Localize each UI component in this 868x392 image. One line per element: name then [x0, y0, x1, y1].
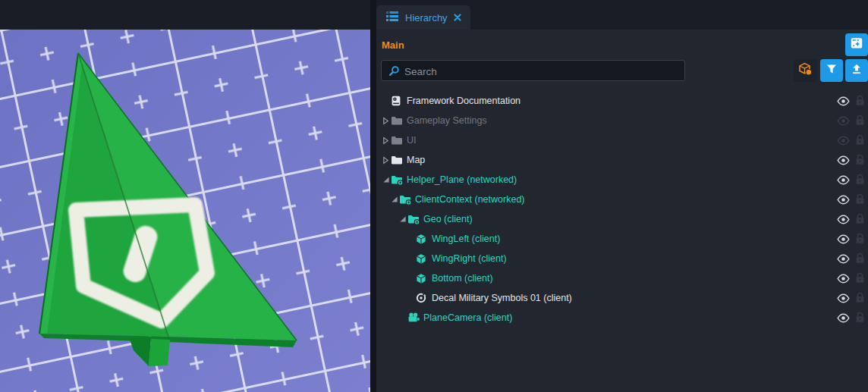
- tab-strip: Hierarchy: [0, 0, 868, 30]
- collapse-arrow-icon[interactable]: [381, 150, 391, 170]
- search-icon: [388, 65, 400, 80]
- tab-label: Hierarchy: [405, 12, 448, 24]
- hierarchy-icon: [385, 11, 399, 25]
- visibility-eye-icon[interactable]: [837, 234, 850, 247]
- tree-item-label: UI: [407, 135, 417, 146]
- import-button[interactable]: [845, 59, 868, 82]
- visibility-eye-icon[interactable]: [837, 115, 850, 129]
- filter-button[interactable]: [820, 59, 843, 82]
- folder-icon: [391, 114, 404, 127]
- tree-item-label: Framework Documentation: [407, 96, 520, 106]
- close-icon[interactable]: [454, 11, 461, 24]
- folder-icon: [391, 134, 404, 146]
- screenshot-level-button[interactable]: [845, 33, 868, 56]
- folder-icon: [391, 154, 404, 166]
- tree-item-label: ClientContext (networked): [415, 194, 525, 205]
- tree-row[interactable]: WingLeft (client): [376, 229, 868, 249]
- tree-row[interactable]: Gameplay Settings: [376, 111, 868, 130]
- visibility-eye-icon[interactable]: [837, 174, 850, 188]
- visibility-eye-icon[interactable]: [837, 214, 850, 227]
- tree-item-label: Decal Military Symbols 01 (client): [432, 293, 572, 303]
- viewport-3d-scene[interactable]: [0, 30, 371, 392]
- tree-item-label: Bottom (client): [432, 273, 493, 284]
- cube-badge-icon: [798, 62, 813, 79]
- collapse-arrow-icon[interactable]: [381, 111, 391, 130]
- section-label: Main: [382, 39, 404, 51]
- expand-arrow-icon[interactable]: [381, 170, 391, 190]
- tree-item-label: Map: [407, 155, 425, 165]
- folder-badge-icon: [391, 174, 404, 186]
- visibility-eye-icon[interactable]: [837, 293, 850, 306]
- tab-hierarchy[interactable]: Hierarchy: [376, 5, 470, 30]
- tree-item-label: PlaneCamera (client): [423, 312, 512, 323]
- tree-row[interactable]: Bottom (client): [376, 268, 868, 288]
- tree-row[interactable]: Geo (client): [376, 209, 868, 229]
- search-box: [381, 60, 685, 81]
- visibility-eye-icon[interactable]: [837, 96, 850, 109]
- hierarchy-tree: Framework DocumentationGameplay Settings…: [376, 91, 868, 328]
- tree-item-label: WingLeft (client): [432, 234, 500, 244]
- visibility-eye-icon[interactable]: [837, 155, 850, 168]
- lock-icon[interactable]: [855, 213, 865, 227]
- arrow-spacer: [406, 229, 416, 249]
- tree-row[interactable]: ClientContext (networked): [376, 190, 868, 209]
- visibility-eye-icon[interactable]: [837, 273, 850, 287]
- tree-item-label: Gameplay Settings: [407, 115, 487, 126]
- visibility-eye-icon[interactable]: [837, 253, 850, 267]
- tree-row[interactable]: UI: [376, 130, 868, 150]
- cube-icon: [416, 233, 429, 245]
- level-window-icon: [850, 36, 863, 53]
- filter-icon: [826, 64, 837, 77]
- script-doc-icon: [391, 95, 404, 107]
- hierarchy-panel: Main Framework DocumentationGameplay Set…: [376, 30, 868, 392]
- search-input[interactable]: [403, 61, 683, 82]
- lock-icon[interactable]: [855, 272, 865, 287]
- tree-row[interactable]: PlaneCamera (client): [376, 308, 868, 328]
- tree-item-label: Geo (client): [423, 214, 473, 224]
- lock-icon[interactable]: [855, 95, 865, 109]
- arrow-spacer: [406, 249, 416, 268]
- lock-icon[interactable]: [855, 292, 865, 306]
- lock-icon[interactable]: [855, 154, 865, 168]
- tree-row[interactable]: WingRight (client): [376, 249, 868, 268]
- folder-badge-icon: [399, 193, 413, 205]
- arrow-spacer: [381, 91, 391, 111]
- collapse-arrow-icon[interactable]: [381, 130, 391, 150]
- upload-arrow-icon: [851, 64, 862, 77]
- arrow-spacer: [406, 268, 416, 288]
- lock-icon[interactable]: [855, 134, 865, 149]
- tree-row[interactable]: Helper_Plane (networked): [376, 170, 868, 190]
- lock-icon[interactable]: [855, 252, 865, 267]
- lock-icon[interactable]: [855, 312, 865, 326]
- decal-icon: [416, 292, 429, 304]
- tree-item-label: Helper_Plane (networked): [407, 174, 517, 185]
- expand-arrow-icon[interactable]: [398, 209, 407, 229]
- arrow-spacer: [398, 308, 407, 328]
- cube-icon: [416, 272, 429, 284]
- visibility-eye-icon[interactable]: [837, 312, 850, 326]
- cube-icon: [416, 252, 429, 265]
- lock-icon[interactable]: [855, 233, 865, 247]
- visibility-eye-icon[interactable]: [837, 135, 850, 149]
- arrow-spacer: [406, 288, 416, 308]
- panel-divider[interactable]: [370, 0, 376, 392]
- group-mode-button[interactable]: [794, 59, 817, 82]
- lock-icon[interactable]: [855, 193, 865, 208]
- folder-badge-icon: [407, 213, 421, 225]
- camera-icon: [407, 312, 421, 324]
- tree-row[interactable]: Map: [376, 150, 868, 170]
- lock-icon[interactable]: [855, 114, 865, 129]
- tree-row[interactable]: Framework Documentation: [376, 91, 868, 111]
- expand-arrow-icon[interactable]: [389, 190, 399, 209]
- tree-row[interactable]: Decal Military Symbols 01 (client): [376, 288, 868, 308]
- tree-item-label: WingRight (client): [432, 253, 507, 264]
- lock-icon[interactable]: [855, 174, 865, 188]
- core-editor-window: Hierarchy: [0, 0, 868, 392]
- visibility-eye-icon[interactable]: [837, 194, 850, 208]
